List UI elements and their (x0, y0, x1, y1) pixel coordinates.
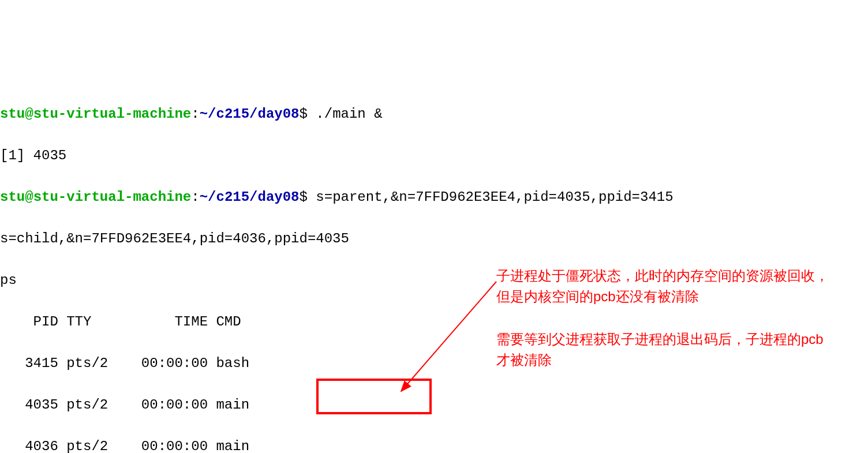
prompt-user: stu (0, 106, 25, 122)
terminal-line: 4036 pts/2 00:00:00 main (0, 436, 868, 453)
output-text: ps (0, 272, 17, 288)
prompt-host: stu-virtual-machine (33, 106, 192, 122)
ps-row: 4036 pts/2 00:00:00 main (0, 439, 249, 453)
prompt-user: stu (0, 189, 25, 205)
prompt-at: @ (25, 189, 33, 205)
prompt-at: @ (25, 106, 33, 122)
annotation-content: 需要等到父进程获取子进程的退出码后，子进程的pcb才被清除 (496, 331, 824, 368)
output-text: [1] 4035 (0, 148, 66, 163)
terminal-line: stu@stu-virtual-machine:~/c215/day08$ s=… (0, 187, 868, 208)
output-text: s=child,&n=7FFD962E3EE4,pid=4036,ppid=40… (0, 231, 349, 246)
terminal-line: s=child,&n=7FFD962E3EE4,pid=4036,ppid=40… (0, 229, 868, 249)
prompt-dollar: $ (300, 189, 308, 205)
prompt-colon: : (191, 106, 199, 122)
terminal-line: [1] 4035 (0, 145, 868, 166)
terminal-line: 4035 pts/2 00:00:00 main (0, 395, 868, 415)
ps-row: 3415 pts/2 00:00:00 bash (0, 355, 249, 371)
annotation-text-1: 子进程处于僵死状态，此时的内存空间的资源被回收，但是内核空间的pcb还没有被清除 (496, 265, 831, 307)
prompt-path: ~/c215/day08 (200, 106, 300, 122)
annotation-text-2: 需要等到父进程获取子进程的退出码后，子进程的pcb才被清除 (496, 329, 831, 370)
ps-header: PID TTY TIME CMD (0, 314, 241, 330)
ps-row: 4035 pts/2 00:00:00 main (0, 397, 249, 413)
prompt-host: stu-virtual-machine (33, 189, 192, 205)
output-text: s=parent,&n=7FFD962E3EE4,pid=4035,ppid=3… (308, 189, 674, 205)
prompt-colon: : (191, 189, 199, 205)
command-text: ./main & (308, 106, 383, 122)
annotation-content: 子进程处于僵死状态，此时的内存空间的资源被回收，但是内核空间的pcb还没有被清除 (496, 268, 829, 304)
terminal-line: stu@stu-virtual-machine:~/c215/day08$ ./… (0, 104, 868, 125)
prompt-path: ~/c215/day08 (200, 189, 300, 205)
prompt-dollar: $ (300, 106, 308, 122)
